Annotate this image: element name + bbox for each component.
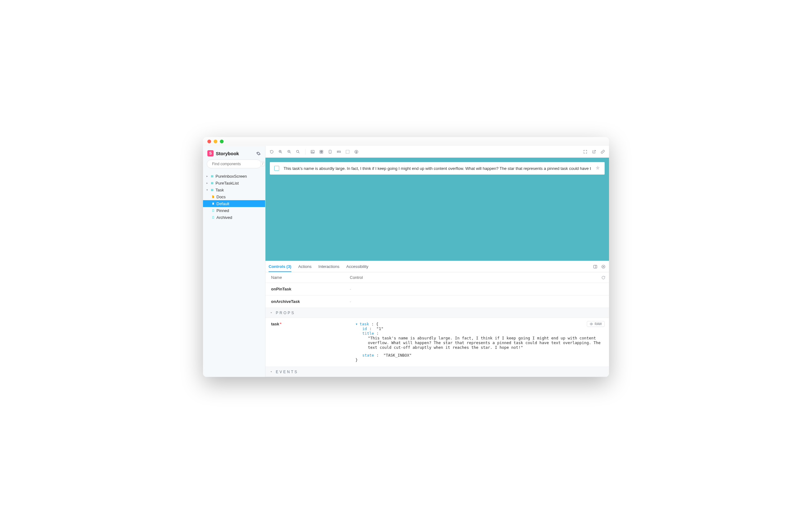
link-icon <box>601 149 605 154</box>
settings-button[interactable] <box>256 151 261 156</box>
outline-button[interactable] <box>345 149 350 154</box>
undo-icon <box>601 276 606 280</box>
brand: S Storybook <box>207 150 239 156</box>
control-value: - <box>350 287 351 291</box>
zoom-reset-button[interactable] <box>295 149 300 154</box>
star-icon <box>595 165 600 170</box>
tab-accessibility[interactable]: Accessibility <box>346 261 369 272</box>
fullscreen-button[interactable] <box>583 149 588 154</box>
obj-key: state <box>362 353 374 358</box>
control-row-onpintask: onPinTask - <box>265 283 609 295</box>
pin-button[interactable] <box>595 165 600 171</box>
photo-icon <box>311 149 315 154</box>
grid-button[interactable] <box>319 149 324 154</box>
svg-point-4 <box>312 151 312 151</box>
chevron-down-icon <box>270 311 273 314</box>
task-title: This task's name is absurdly large. In f… <box>284 166 591 171</box>
doc-icon <box>211 195 215 198</box>
tablet-icon <box>328 149 332 154</box>
svg-point-13 <box>591 323 592 324</box>
zoom-in-icon <box>278 149 283 154</box>
sidebar-item-label: Pinned <box>216 208 229 213</box>
collapse-icon[interactable]: ▾ <box>355 322 358 326</box>
main: This task's name is absurdly large. In f… <box>265 146 609 377</box>
control-name: onPinTask <box>265 287 350 291</box>
eye-icon <box>590 322 593 326</box>
ruler-icon <box>337 149 341 154</box>
component-icon: ▦ <box>210 181 214 184</box>
svg-point-6 <box>330 152 330 153</box>
copy-link-button[interactable] <box>600 149 605 154</box>
panel-orientation-button[interactable] <box>593 264 598 269</box>
component-icon: ▦ <box>210 188 214 192</box>
bookmark-icon <box>211 216 215 219</box>
grid-icon <box>319 149 323 154</box>
refresh-button[interactable] <box>269 149 274 154</box>
sidebar-item-puretasklist[interactable]: ▸ ▦ PureTaskList <box>203 179 265 187</box>
open-new-icon <box>592 149 596 154</box>
sidebar-story-archived[interactable]: Archived <box>203 214 265 221</box>
sidebar-item-task[interactable]: ▾ ▦ Task <box>203 187 265 193</box>
brand-badge: S <box>207 150 213 156</box>
control-name: task <box>271 322 279 326</box>
sidebar: S Storybook / ▸ ▦ PureInboxScreen <box>203 146 265 377</box>
brand-name: Storybook <box>216 151 239 156</box>
obj-value[interactable]: "1" <box>376 326 383 331</box>
column-name: Name <box>265 275 350 280</box>
svg-point-10 <box>356 150 357 151</box>
raw-toggle-button[interactable]: RAW <box>587 321 605 327</box>
measure-button[interactable] <box>336 149 341 154</box>
sidebar-icon <box>593 264 598 269</box>
background-button[interactable] <box>310 149 315 154</box>
object-control[interactable]: ▾task : { id : "1" title : "This task's … <box>355 322 605 362</box>
search-field[interactable] <box>212 162 259 166</box>
sidebar-item-pureinboxscreen[interactable]: ▸ ▦ PureInboxScreen <box>203 173 265 179</box>
tab-interactions[interactable]: Interactions <box>319 261 340 272</box>
sidebar-item-label: Default <box>216 201 229 206</box>
section-props[interactable]: Props <box>265 308 609 318</box>
window-minimize-button[interactable] <box>213 140 218 143</box>
app-window: S Storybook / ▸ ▦ PureInboxScreen <box>203 137 609 377</box>
gear-icon <box>256 151 261 156</box>
bookmark-icon <box>211 209 215 212</box>
sidebar-item-label: Task <box>215 188 224 192</box>
close-panel-button[interactable] <box>601 264 606 269</box>
search-shortcut: / <box>261 162 265 166</box>
toolbar-separator <box>305 149 306 154</box>
task-checkbox[interactable] <box>274 166 279 171</box>
obj-key: id <box>362 326 367 331</box>
svg-rect-8 <box>346 150 349 153</box>
search-input[interactable]: / <box>207 160 261 168</box>
component-icon: ▦ <box>210 175 214 178</box>
svg-point-2 <box>296 150 298 152</box>
sidebar-story-docs[interactable]: Docs <box>203 193 265 200</box>
obj-value[interactable]: "TASK_INBOX" <box>383 353 412 358</box>
sidebar-item-label: PureTaskList <box>215 181 239 185</box>
window-close-button[interactable] <box>207 140 211 143</box>
open-new-tab-button[interactable] <box>591 149 597 154</box>
sidebar-story-pinned[interactable]: Pinned <box>203 207 265 214</box>
window-zoom-button[interactable] <box>220 140 224 143</box>
viewport-button[interactable] <box>328 149 332 154</box>
control-row-onarchivetask: onArchiveTask - <box>265 295 609 308</box>
obj-value[interactable]: "This task's name is absurdly large. In … <box>368 336 603 350</box>
sidebar-story-default[interactable]: Default <box>203 200 265 207</box>
obj-key: task <box>360 322 369 326</box>
section-events[interactable]: Events <box>265 367 609 377</box>
zoom-in-button[interactable] <box>278 149 283 154</box>
titlebar <box>203 137 609 146</box>
addon-panel: Controls (3) Actions Interactions Access… <box>265 261 609 377</box>
reset-controls-button[interactable] <box>598 276 609 280</box>
chevron-down-icon <box>270 370 273 373</box>
tab-actions[interactable]: Actions <box>298 261 312 272</box>
zoom-out-button[interactable] <box>287 149 292 154</box>
tab-controls[interactable]: Controls (3) <box>268 261 291 272</box>
sidebar-item-label: Docs <box>216 195 226 199</box>
zoom-reset-icon <box>296 149 300 154</box>
svg-rect-11 <box>594 265 597 268</box>
canvas-toolbar <box>265 146 609 158</box>
section-label: Events <box>276 370 298 374</box>
task-item[interactable]: This task's name is absurdly large. In f… <box>270 162 605 175</box>
a11y-button[interactable] <box>354 149 359 154</box>
control-name: onArchiveTask <box>265 299 350 304</box>
